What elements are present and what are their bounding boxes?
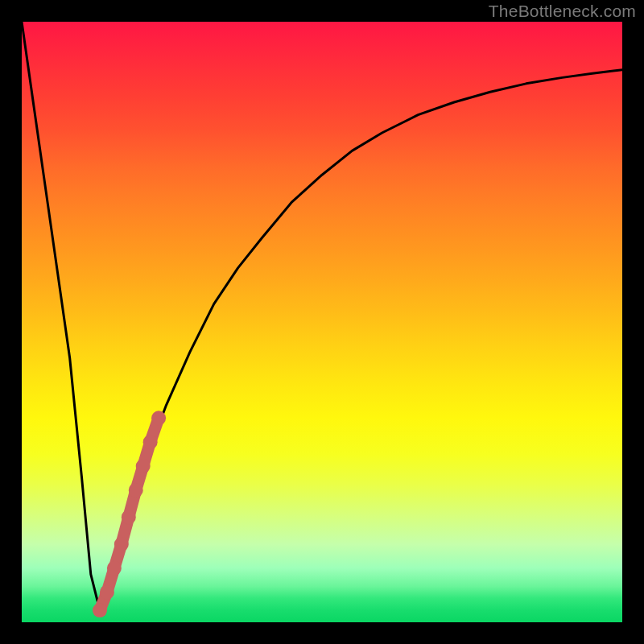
highlighted-segment <box>93 411 166 617</box>
highlight-dot <box>136 459 151 473</box>
chart-frame: TheBottleneck.com <box>0 0 644 644</box>
highlight-dot <box>100 585 114 600</box>
highlight-dot <box>93 603 107 617</box>
bottleneck-curve <box>22 22 622 610</box>
highlight-dot <box>114 537 129 551</box>
highlight-dot <box>129 483 143 497</box>
plot-area <box>22 22 622 622</box>
highlight-dot <box>151 411 166 425</box>
highlight-dot <box>143 435 158 449</box>
curve-path <box>22 22 622 610</box>
attribution-label: TheBottleneck.com <box>489 2 636 21</box>
highlight-dot <box>107 561 122 576</box>
chart-svg <box>22 22 622 622</box>
highlight-dot <box>122 510 136 524</box>
